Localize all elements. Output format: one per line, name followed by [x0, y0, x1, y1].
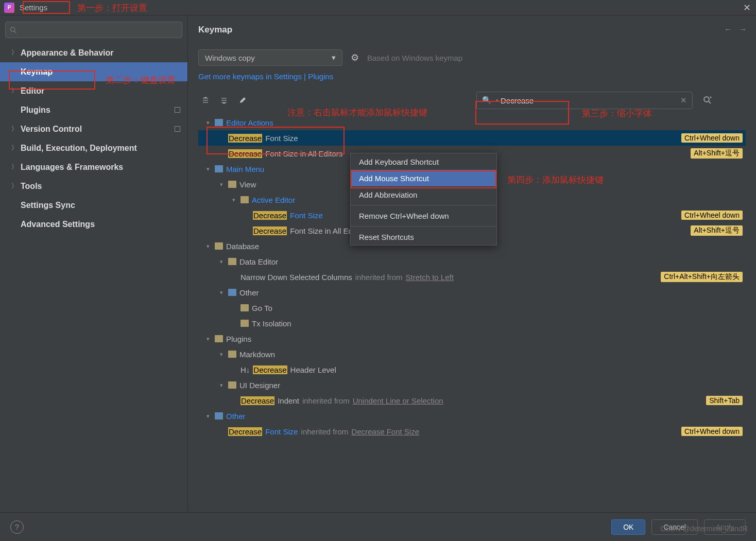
sidebar-item-editor[interactable]: 〉Editor: [0, 81, 187, 100]
collapse-all-icon[interactable]: [217, 93, 231, 108]
edit-icon[interactable]: [235, 93, 250, 108]
tree-label: Font Size: [290, 211, 322, 220]
close-icon[interactable]: ✕: [743, 2, 751, 13]
expand-all-icon[interactable]: [198, 93, 213, 108]
menu-item-add-abbreviation[interactable]: Add Abbreviation: [351, 186, 496, 203]
inherited-link[interactable]: Stretch to Left: [405, 273, 453, 282]
find-by-shortcut-icon[interactable]: [701, 94, 714, 107]
sidebar-item-version-control[interactable]: 〉Version Control: [0, 119, 187, 138]
tree-label: Other: [239, 288, 259, 297]
inherited-link[interactable]: Unindent Line or Selection: [353, 396, 443, 405]
menu-item-add-keyboard-shortcut[interactable]: Add Keyboard Shortcut: [351, 153, 496, 170]
sidebar-item-tools[interactable]: 〉Tools: [0, 177, 187, 196]
tree-twisty-icon[interactable]: ▾: [204, 119, 212, 126]
ok-button[interactable]: OK: [611, 519, 645, 535]
category-icon: [215, 119, 223, 126]
keymap-selector-row: Windows copy ▾ ⚙ Based on Windows keymap: [198, 49, 746, 66]
sidebar-item-label: Settings Sync: [21, 201, 75, 210]
sidebar-item-keymap[interactable]: Keymap: [0, 62, 187, 81]
keymap-select[interactable]: Windows copy ▾: [198, 49, 342, 66]
tree-row[interactable]: ▾Markdown: [198, 346, 746, 362]
sidebar-item-label: Languages & Frameworks: [21, 163, 123, 172]
tree-label: Header Level: [290, 365, 336, 374]
settings-content: ← → Keymap Windows copy ▾ ⚙ Based on Win…: [188, 15, 756, 512]
tree-row[interactable]: ▾Other: [198, 408, 746, 424]
folder-icon: [240, 304, 249, 311]
folder-icon: [228, 381, 236, 389]
tree-row[interactable]: ▾Data Editor: [198, 254, 746, 269]
settings-search[interactable]: [5, 22, 182, 38]
sidebar-item-build-execution-deployment[interactable]: 〉Build, Execution, Deployment: [0, 138, 187, 158]
tree-row[interactable]: Narrow Down Selected Columns inherited f…: [198, 269, 746, 285]
tree-twisty-icon[interactable]: ▾: [218, 258, 225, 265]
tree-label: Font Size: [265, 134, 298, 143]
tree-label: Tx Isolation: [252, 319, 291, 328]
context-menu: Add Keyboard ShortcutAdd Mouse ShortcutA…: [350, 153, 497, 246]
action-search-input[interactable]: [501, 96, 680, 105]
search-highlight: Decrease: [253, 211, 287, 220]
search-highlight: Decrease: [240, 396, 274, 405]
tree-row[interactable]: ▾UI Designer: [198, 377, 746, 393]
tree-label: Data Editor: [239, 257, 278, 266]
tree-twisty-icon[interactable]: ▾: [218, 181, 225, 188]
main-area: 〉Appearance & BehaviorKeymap〉EditorPlugi…: [0, 15, 756, 512]
menu-separator: [351, 226, 496, 226]
tree-row[interactable]: Decrease Font SizeCtrl+Wheel down: [198, 130, 746, 146]
keymap-select-value: Windows copy: [205, 54, 255, 62]
app-icon: P: [4, 3, 14, 13]
chevron-down-icon: ▾: [332, 53, 336, 62]
svg-line-1: [14, 31, 16, 32]
menu-item-remove-ctrl-wheel-down[interactable]: Remove Ctrl+Wheel down: [351, 207, 496, 224]
tree-twisty-icon[interactable]: ▾: [230, 197, 237, 203]
shortcut-badge: Alt+Shift+逗号: [691, 225, 743, 236]
settings-search-input[interactable]: [20, 26, 178, 34]
sidebar-item-languages-frameworks[interactable]: 〉Languages & Frameworks: [0, 158, 187, 177]
folder-icon: [215, 335, 223, 342]
gear-icon[interactable]: ⚙: [351, 52, 359, 63]
search-icon: 🔍: [482, 96, 492, 105]
tree-twisty-icon[interactable]: ▾: [218, 382, 225, 389]
tree-row[interactable]: H↓ Decrease Header Level: [198, 362, 746, 377]
search-highlight: Decrease: [228, 134, 262, 143]
inherited-link[interactable]: Decrease Font Size: [351, 427, 419, 436]
tree-twisty-icon[interactable]: ▾: [204, 336, 212, 342]
tree-row[interactable]: Go To: [198, 300, 746, 316]
tree-row[interactable]: Tx Isolation: [198, 316, 746, 331]
folder-icon: [228, 258, 236, 265]
tree-row[interactable]: Decrease Indent inherited from Unindent …: [198, 393, 746, 408]
shortcut-badge: Ctrl+Wheel down: [681, 211, 743, 220]
menu-item-add-mouse-shortcut[interactable]: Add Mouse Shortcut: [351, 170, 496, 186]
sidebar-item-label: Build, Execution, Deployment: [21, 144, 137, 153]
tree-row[interactable]: ▾Other: [198, 285, 746, 300]
folder-icon: [228, 181, 236, 188]
sidebar-item-settings-sync[interactable]: Settings Sync: [0, 196, 187, 215]
tree-twisty-icon[interactable]: ▾: [204, 413, 212, 420]
help-button[interactable]: ?: [10, 520, 24, 534]
search-highlight: Decrease: [228, 149, 262, 158]
sidebar-item-label: Editor: [21, 86, 44, 96]
get-more-keymaps-link[interactable]: Get more keymaps in Settings | Plugins: [198, 72, 333, 81]
inherited-label: inherited from: [301, 427, 349, 436]
sidebar-item-label: Keymap: [21, 67, 53, 77]
chevron-right-icon: 〉: [11, 144, 21, 152]
tree-row[interactable]: ▾Editor Actions: [198, 115, 746, 130]
nav-back-icon[interactable]: ←: [724, 25, 732, 33]
sidebar-item-advanced-settings[interactable]: Advanced Settings: [0, 215, 187, 234]
sidebar-item-plugins[interactable]: Plugins: [0, 100, 187, 119]
search-highlight: Decrease: [253, 365, 287, 374]
tree-twisty-icon[interactable]: ▾: [218, 289, 225, 296]
clear-icon[interactable]: ✕: [680, 96, 687, 105]
tree-label: Main Menu: [226, 165, 264, 173]
tree-row[interactable]: Decrease Font Size inherited from Decrea…: [198, 424, 746, 439]
nav-fwd-icon[interactable]: →: [739, 25, 747, 33]
tree-twisty-icon[interactable]: ▾: [204, 166, 212, 172]
menu-item-reset-shortcuts[interactable]: Reset Shortcuts: [351, 229, 496, 245]
svg-point-2: [704, 97, 709, 102]
tree-twisty-icon[interactable]: ▾: [204, 243, 212, 250]
tree-row[interactable]: ▾Plugins: [198, 331, 746, 346]
dialog-footer: ? OK Cancel Apply: [0, 512, 756, 541]
folder-icon: [228, 351, 236, 358]
tree-twisty-icon[interactable]: ▾: [218, 351, 225, 358]
action-search[interactable]: 🔍 ▾ ✕: [476, 92, 693, 109]
sidebar-item-appearance-behavior[interactable]: 〉Appearance & Behavior: [0, 43, 187, 62]
